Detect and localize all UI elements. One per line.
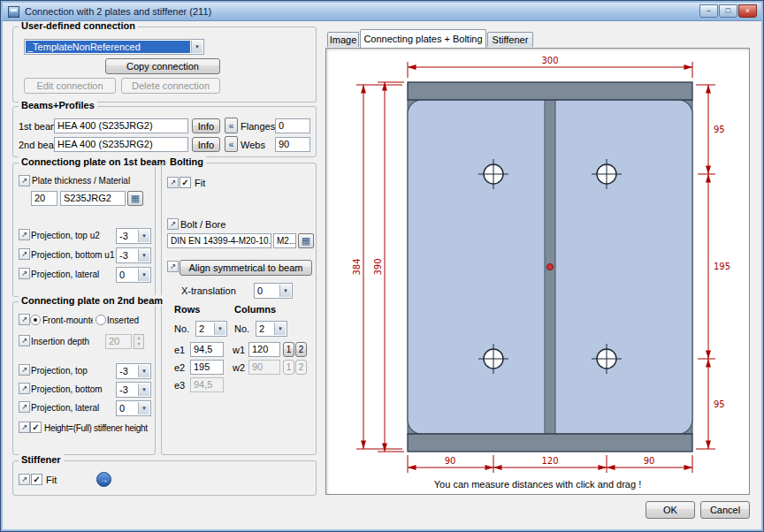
beam2-info-button[interactable]: Info	[192, 137, 220, 152]
copy-connection-button[interactable]: Copy connection	[105, 58, 220, 74]
chevron-down-icon[interactable]: ▼	[279, 285, 291, 297]
bolt-bore-label: Bolt / Bore	[180, 219, 225, 230]
bolting-fit-checkbox[interactable]: ✓	[180, 177, 191, 188]
proj2-bottom-label: Projection, bottom	[31, 384, 103, 394]
chevron-down-icon[interactable]: ▼	[138, 249, 149, 262]
webs-field[interactable]: 90	[275, 137, 310, 152]
e3-label: e3	[174, 380, 185, 391]
e1-field[interactable]: 94,5	[190, 342, 224, 357]
insertion-depth-label: Insertion depth	[31, 337, 89, 346]
beam1-field[interactable]: HEA 400 (S235JRG2)	[54, 118, 188, 133]
pick-icon[interactable]: ↗	[167, 177, 179, 188]
w2-col1-button: 1	[283, 360, 294, 375]
chevron-down-icon[interactable]: ▼	[191, 41, 202, 53]
chevron-down-icon[interactable]: ▼	[138, 402, 149, 414]
spin-down-icon: ▼	[134, 341, 143, 347]
ok-button[interactable]: OK	[646, 501, 695, 519]
pick-icon[interactable]: ↗	[19, 474, 30, 485]
chevron-down-icon[interactable]: ▼	[214, 323, 225, 335]
webs-chevrons-button[interactable]: «	[225, 136, 238, 152]
chevron-down-icon[interactable]: ▼	[138, 365, 149, 377]
w2-label: w2	[233, 362, 245, 373]
e2-field[interactable]: 195	[190, 360, 224, 375]
pick-icon[interactable]: ↗	[19, 268, 30, 279]
inserted-radio[interactable]	[96, 315, 106, 325]
webs-label: Webs	[241, 140, 265, 150]
w1-label: w1	[233, 345, 245, 355]
dim-e3: 95	[714, 399, 725, 409]
columns-no-combobox[interactable]: 2 ▼	[256, 321, 287, 337]
pick-icon[interactable]: ↗	[19, 364, 30, 376]
stiffener-fit-checkbox[interactable]: ✓	[31, 474, 42, 485]
align-symmetrical-button[interactable]: Align symmetrical to beam	[180, 260, 312, 276]
rows-no-combobox[interactable]: 2 ▼	[195, 321, 227, 337]
proj2-lateral-value: 0	[118, 402, 137, 414]
w1-col1-button[interactable]: 1	[283, 342, 294, 357]
template-combobox[interactable]: _TemplateNonReferenced ▼	[24, 39, 204, 55]
front-mounted-radio[interactable]	[30, 315, 41, 325]
group-bolting: Bolting ↗ ✓ Fit ↗ Bolt / Bore DIN EN 143…	[161, 163, 317, 455]
dim-w1: 120	[541, 456, 558, 466]
proj2-top-combobox[interactable]: -3 ▼	[116, 363, 151, 379]
tab-image[interactable]: Image	[327, 32, 359, 47]
plate-material-field[interactable]: S235JRG2	[60, 191, 126, 206]
beam2-field[interactable]: HEA 400 (S235JRG2)	[54, 137, 188, 152]
pick-icon[interactable]: ↗	[19, 335, 30, 346]
bolt-field[interactable]: DIN EN 14399-4-M20-10...	[167, 233, 271, 248]
chevron-down-icon[interactable]: ▼	[138, 384, 149, 396]
pick-icon[interactable]: ↗	[19, 248, 30, 260]
proj2-bottom-combobox[interactable]: -3 ▼	[116, 382, 151, 398]
columns-header: Columns	[234, 304, 276, 315]
rows-header: Rows	[174, 304, 200, 315]
drawing-canvas[interactable]: 300 384 390 95 195 95 90 120 90 You can …	[325, 48, 750, 495]
tab-connecting-plates-bolting[interactable]: Connecting plates + Bolting	[360, 29, 486, 48]
stiffener-height-checkbox[interactable]: ✓	[30, 422, 42, 433]
template-combobox-value: _TemplateNonReferenced	[26, 41, 190, 53]
group-stiffener: Stiffener ↗ ✓ Fit →	[12, 460, 317, 496]
proj-lateral-label: Projection, lateral	[31, 270, 99, 279]
pick-icon[interactable]: ↗	[19, 229, 30, 240]
x-translation-combobox[interactable]: 0 ▼	[254, 283, 293, 299]
proj-lateral-combobox[interactable]: 0 ▼	[116, 267, 151, 283]
maximize-button[interactable]: □	[719, 4, 737, 18]
pick-icon[interactable]: ↗	[19, 401, 30, 413]
minimize-button[interactable]: −	[699, 4, 718, 18]
pick-icon[interactable]: ↗	[167, 261, 179, 272]
proj-bottom-u1-combobox[interactable]: -3 ▼	[116, 247, 151, 263]
insertion-depth-stepper: ▲ ▼	[134, 334, 144, 349]
delete-connection-button: Delete connection	[121, 78, 220, 94]
plate-thickness-field[interactable]: 20	[31, 191, 57, 206]
proj-top-u2-label: Projection, top u2	[31, 231, 100, 240]
pick-icon[interactable]: ↗	[19, 383, 30, 394]
dim-e2: 195	[714, 262, 730, 271]
close-button[interactable]: ×	[738, 4, 757, 18]
stiffener-goto-button[interactable]: →	[96, 472, 111, 487]
beam1-info-button[interactable]: Info	[192, 118, 220, 133]
pick-icon[interactable]: ↗	[167, 218, 179, 230]
flanges-label: Flanges	[241, 121, 275, 132]
pick-icon[interactable]: ↗	[19, 175, 30, 186]
w1-field[interactable]: 120	[248, 342, 280, 357]
tab-stiffener[interactable]: Stiffener	[487, 32, 533, 47]
pick-icon[interactable]: ↗	[19, 314, 30, 325]
spin-up-icon: ▲	[134, 335, 143, 341]
chevron-down-icon[interactable]: ▼	[274, 323, 286, 335]
plate-thickness-label: Plate thickness / Material	[32, 176, 130, 186]
proj2-lateral-combobox[interactable]: 0 ▼	[116, 400, 151, 416]
flanges-field[interactable]: 0	[275, 118, 310, 133]
insertion-depth-field: 20	[105, 334, 132, 349]
flanges-chevrons-button[interactable]: «	[225, 118, 238, 133]
chevron-down-icon[interactable]: ▼	[138, 269, 149, 281]
w2-field: 90	[248, 360, 280, 375]
material-table-icon[interactable]: ▦	[127, 191, 143, 206]
cancel-button[interactable]: Cancel	[700, 501, 750, 519]
titlebar[interactable]: Connection with 2 plates and stiffener (…	[3, 3, 761, 21]
bore-field[interactable]: M2...	[273, 233, 296, 248]
chevron-down-icon[interactable]: ▼	[138, 230, 149, 242]
bolt-table-icon[interactable]: ▦	[298, 233, 314, 248]
w1-col2-button[interactable]: 2	[295, 342, 307, 357]
connection-dialog: Connection with 2 plates and stiffener (…	[0, 0, 764, 532]
proj-bottom-u1-value: -3	[118, 249, 137, 262]
pick-icon[interactable]: ↗	[19, 422, 30, 433]
proj-top-u2-combobox[interactable]: -3 ▼	[116, 228, 151, 244]
